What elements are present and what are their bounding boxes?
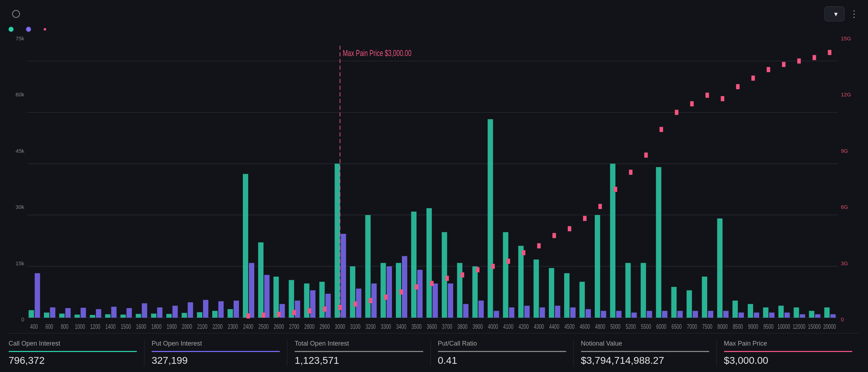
x-label: 9500 <box>763 323 773 330</box>
put-bar <box>524 306 530 318</box>
intrinsic-dot <box>568 226 571 231</box>
put-bar <box>142 303 147 318</box>
put-bar <box>479 301 484 318</box>
stat-item-max-pain-price: Max Pain Price$3,000.00 <box>717 340 859 366</box>
intrinsic-dot <box>353 301 357 306</box>
put-bar <box>570 307 576 318</box>
max-pain-label: Max Pain Price $3,000.00 <box>343 48 411 57</box>
put-bar <box>693 311 698 318</box>
x-label: 800 <box>61 323 68 330</box>
intrinsic-dot <box>415 284 418 289</box>
call-bar <box>350 266 355 318</box>
call-bar <box>778 306 784 318</box>
put-bar <box>586 309 591 318</box>
x-label: 9000 <box>748 323 759 330</box>
call-bar <box>518 246 524 318</box>
x-label: 3700 <box>442 323 452 330</box>
call-bar <box>564 273 570 318</box>
call-bar <box>610 164 616 317</box>
stat-underline <box>152 351 280 352</box>
put-bar <box>218 301 224 318</box>
x-label: 12000 <box>793 323 806 330</box>
call-bar <box>427 208 432 318</box>
put-bar <box>540 307 545 318</box>
put-bar <box>494 311 499 318</box>
intrinsic-dot <box>797 59 801 64</box>
x-label: 2800 <box>304 323 315 330</box>
header: ▾ ⋮ <box>9 6 859 21</box>
x-label: 8500 <box>733 323 743 330</box>
x-label: 1800 <box>151 323 162 330</box>
call-bar <box>656 167 661 318</box>
intrinsic-dot <box>277 312 281 317</box>
stat-label: Total Open Interest <box>295 340 423 347</box>
put-bar <box>723 311 729 318</box>
x-label: 6000 <box>656 323 667 330</box>
intrinsic-dot <box>323 307 327 312</box>
call-bar <box>182 313 187 317</box>
date-selector[interactable]: ▾ <box>824 6 844 21</box>
stat-label: Put/Call Ratio <box>438 340 566 347</box>
info-icon[interactable] <box>12 10 20 18</box>
call-bar <box>105 314 111 318</box>
put-bar <box>65 308 71 318</box>
call-bar <box>473 266 478 318</box>
x-label: 1000 <box>75 323 85 330</box>
chart-inner: 4006008001000120014001500160018001900200… <box>27 35 838 333</box>
y-axis-right: 15G 12G 9G 6G 3G 0 <box>838 35 859 333</box>
call-bar <box>763 307 769 318</box>
put-bar <box>111 307 117 318</box>
intrinsic-dot <box>614 187 617 192</box>
call-bar <box>274 277 279 318</box>
intrinsic-dot <box>782 62 786 67</box>
y-left-15k: 15k <box>16 260 24 266</box>
x-label: 8000 <box>718 323 728 330</box>
put-bar <box>50 307 55 318</box>
put-bar <box>402 256 407 318</box>
x-label: 7500 <box>702 323 713 330</box>
call-bar <box>579 282 585 318</box>
chart-area: 75k 60k 45k 30k 15k 0 400600800100012001… <box>9 35 859 333</box>
intrinsic-dot <box>629 170 633 175</box>
call-bar <box>212 311 218 318</box>
x-label: 4600 <box>580 323 590 330</box>
y-right-6g: 6G <box>841 204 848 210</box>
call-bar <box>335 164 340 317</box>
stat-item-call-open-interest: Call Open Interest796,372 <box>9 340 144 366</box>
intrinsic-dot <box>399 290 403 295</box>
put-bar <box>632 312 637 317</box>
legend-puts <box>26 27 34 32</box>
x-label: 3800 <box>457 323 468 330</box>
put-bar <box>127 308 132 318</box>
put-bar <box>754 312 759 317</box>
put-bar <box>601 311 606 318</box>
x-label: 1200 <box>90 323 101 330</box>
x-label: 3900 <box>473 323 483 330</box>
intrinsic-dot <box>292 310 296 315</box>
put-bar <box>310 290 316 318</box>
x-label: 4200 <box>519 323 529 330</box>
y-axis-left: 75k 60k 45k 30k 15k 0 <box>9 35 27 333</box>
intrinsic-dot <box>384 295 388 300</box>
stat-value: 796,372 <box>9 355 137 366</box>
calls-dot <box>9 27 14 32</box>
chart-svg: 4006008001000120014001500160018001900200… <box>27 35 838 333</box>
header-right: ▾ ⋮ <box>824 6 859 21</box>
call-bar <box>671 287 676 318</box>
call-bar <box>197 312 202 318</box>
intrinsic-dot <box>522 250 525 255</box>
stat-underline <box>9 351 137 352</box>
intrinsic-dot <box>675 110 678 115</box>
call-bar <box>75 315 80 318</box>
put-bar <box>234 301 239 318</box>
stat-value: $3,794,714,988.27 <box>581 355 709 366</box>
put-bar <box>509 307 514 318</box>
x-label: 600 <box>45 323 53 330</box>
call-bar <box>243 174 248 318</box>
stat-value: $3,000.00 <box>724 355 852 366</box>
put-bar <box>555 306 560 318</box>
put-bar <box>172 306 178 318</box>
stat-item-total-open-interest: Total Open Interest1,123,571 <box>287 340 430 366</box>
more-options-icon[interactable]: ⋮ <box>849 9 859 20</box>
y-left-75k: 75k <box>16 35 24 41</box>
